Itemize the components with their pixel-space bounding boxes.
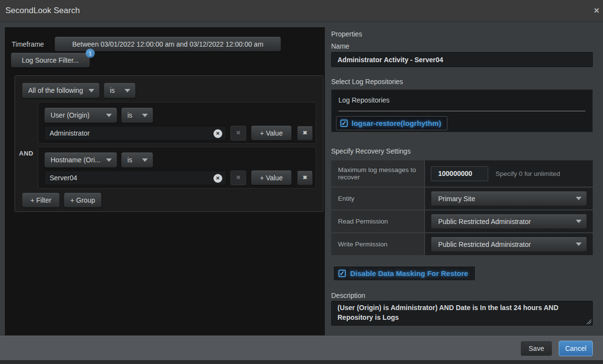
remove-filter-button[interactable]: ✖ xyxy=(297,126,313,140)
add-filter-button[interactable]: + Filter xyxy=(22,192,60,208)
filter-value-input[interactable]: Server04 ✕ xyxy=(44,171,226,185)
add-group-button[interactable]: + Group xyxy=(64,192,102,208)
filter-field-dropdown[interactable]: Hostname (Ori... xyxy=(44,152,117,168)
clear-value-icon[interactable]: ✕ xyxy=(213,174,222,183)
read-permission-row: Read Permission Public Restricted Admini… xyxy=(331,209,593,232)
group-operator-value: All of the following xyxy=(28,87,83,94)
filter-operator-dropdown[interactable]: is xyxy=(121,152,153,168)
log-repositories-label: Log Repositories xyxy=(338,96,390,104)
remove-value-button[interactable]: ✖ xyxy=(231,126,246,140)
resize-handle-icon[interactable] xyxy=(586,319,591,324)
entity-dropdown[interactable]: Primary Site xyxy=(431,191,587,206)
max-messages-input[interactable]: 100000000 xyxy=(431,166,488,181)
filter-builder-panel: All of the following is AND User (Origin… xyxy=(15,75,323,212)
repository-checkbox-item[interactable]: ✓ logsar-restore(logrhythm) xyxy=(336,116,447,130)
filter-field-dropdown[interactable]: User (Origin) xyxy=(44,107,117,123)
log-repositories-panel: Log Repositories ✓ logsar-restore(logrhy… xyxy=(331,89,593,132)
divider xyxy=(338,111,585,111)
filter-field-value: User (Origin) xyxy=(51,111,89,119)
max-messages-row: Maximum log messages to recover 10000000… xyxy=(331,160,593,187)
write-permission-dropdown[interactable]: Public Restricted Administrator xyxy=(431,237,587,252)
remove-filter-button[interactable]: ✖ xyxy=(297,171,313,185)
write-permission-label: Write Permission xyxy=(331,233,425,255)
log-source-filter-button[interactable]: Log Source Filter... xyxy=(11,52,90,68)
timeframe-label: Timeframe xyxy=(12,40,44,48)
dialog-title: SecondLook Search xyxy=(5,6,80,16)
group-operator-dropdown[interactable]: All of the following xyxy=(22,83,100,98)
recovery-settings-table: Maximum log messages to recover 10000000… xyxy=(331,160,593,255)
disable-masking-checkbox[interactable]: ✓ Disable Data Masking For Restore xyxy=(333,266,476,281)
chevron-down-icon xyxy=(106,158,112,162)
filter-group: Hostname (Ori... is Server04 ✕ ✖ + Value xyxy=(38,147,316,189)
max-messages-hint: Specify 0 for unlimited xyxy=(496,170,560,177)
remove-value-button[interactable]: ✖ xyxy=(231,171,246,185)
dialog-titlebar: SecondLook Search ✕ xyxy=(0,0,603,22)
chevron-down-icon xyxy=(576,243,582,246)
chevron-down-icon xyxy=(89,89,94,92)
read-permission-label: Read Permission xyxy=(331,210,425,232)
properties-heading: Properties xyxy=(331,30,362,38)
chevron-down-icon xyxy=(576,220,582,223)
filter-operator-value: is xyxy=(127,111,132,119)
log-source-filter-count-badge: 1 xyxy=(86,49,95,58)
filter-operator-value: is xyxy=(127,156,132,164)
save-button[interactable]: Save xyxy=(520,341,552,356)
entity-row: Entity Primary Site xyxy=(331,187,593,209)
chevron-down-icon xyxy=(576,197,582,200)
group-condition-value: is xyxy=(110,87,115,94)
secondlook-search-dialog: SecondLook Search ✕ Timeframe Between 03… xyxy=(0,0,603,364)
dialog-footer: Save Cancel xyxy=(0,336,603,360)
clear-value-icon[interactable]: ✕ xyxy=(213,129,222,138)
name-input[interactable]: Administrator Activity - Server04 xyxy=(331,52,593,67)
entity-label: Entity xyxy=(331,188,425,209)
max-messages-label: Maximum log messages to recover xyxy=(331,160,425,187)
select-repositories-heading: Select Log Repositories xyxy=(331,78,403,86)
chevron-down-icon xyxy=(106,114,112,117)
description-label: Description xyxy=(331,292,365,299)
write-permission-row: Write Permission Public Restricted Admin… xyxy=(331,232,593,255)
checkbox-checked-icon: ✓ xyxy=(340,120,348,127)
cancel-button[interactable]: Cancel xyxy=(559,341,593,356)
and-operator-label: AND xyxy=(19,150,34,157)
description-textarea[interactable]: (User (Origin) is Administrator) AND Dat… xyxy=(331,301,593,326)
chevron-down-icon xyxy=(124,89,130,92)
search-criteria-panel: Timeframe Between 03/01/2022 12:00:00 am… xyxy=(5,27,325,335)
add-value-button[interactable]: + Value xyxy=(251,170,292,185)
group-condition-dropdown[interactable]: is xyxy=(104,83,136,98)
filter-field-value: Hostname (Ori... xyxy=(51,156,101,164)
filter-value-input[interactable]: Administrator ✕ xyxy=(44,126,226,140)
add-value-button[interactable]: + Value xyxy=(251,125,292,140)
filter-operator-dropdown[interactable]: is xyxy=(121,107,153,123)
close-icon[interactable]: ✕ xyxy=(593,6,600,15)
repository-name: logsar-restore(logrhythm) xyxy=(352,119,441,127)
checkbox-checked-icon: ✓ xyxy=(338,270,346,277)
chevron-down-icon xyxy=(142,158,148,162)
filter-group: User (Origin) is Administrator ✕ ✖ + Val… xyxy=(38,102,316,144)
disable-masking-label: Disable Data Masking For Restore xyxy=(350,269,468,277)
name-label: Name xyxy=(331,42,349,50)
group-operator-row: All of the following is xyxy=(22,83,136,98)
read-permission-dropdown[interactable]: Public Restricted Administrator xyxy=(431,214,587,229)
dialog-bottom-edge xyxy=(0,360,603,364)
chevron-down-icon xyxy=(142,114,148,117)
recovery-settings-heading: Specify Recovery Settings xyxy=(331,147,410,155)
